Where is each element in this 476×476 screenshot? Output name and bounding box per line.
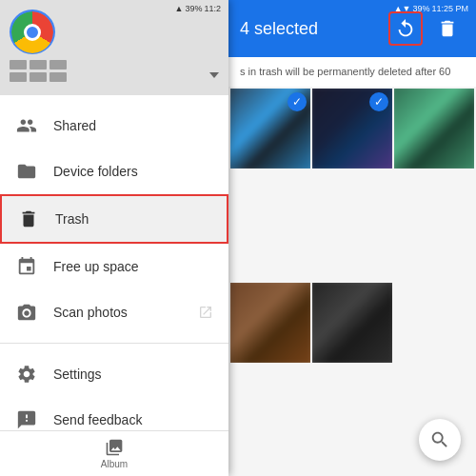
settings-icon — [15, 363, 38, 386]
sidebar-item-settings[interactable]: Settings — [0, 351, 228, 397]
drawer-menu: Shared Device folders Trash — [0, 95, 228, 430]
avatar[interactable] — [10, 10, 55, 54]
album-nav-button[interactable]: Album — [101, 438, 128, 469]
trash-label: Trash — [55, 211, 211, 227]
sidebar-item-trash[interactable]: Trash — [0, 194, 228, 244]
scan-icon — [15, 301, 38, 324]
bottom-nav: Album — [0, 430, 228, 476]
account-dot — [30, 72, 47, 82]
photo-cell-1[interactable]: ✓ — [230, 89, 310, 169]
chevron-down-icon[interactable] — [209, 72, 219, 78]
account-dot — [30, 60, 47, 69]
battery-right: 39% — [412, 4, 429, 13]
trash-notice-text: s in trash will be permanently deleted a… — [240, 66, 450, 77]
menu-divider — [0, 343, 228, 344]
account-dot — [10, 72, 27, 82]
time-right: 11:25 PM — [431, 4, 468, 13]
settings-label: Settings — [53, 367, 213, 382]
album-nav-label: Album — [101, 459, 128, 469]
account-dot — [50, 60, 67, 69]
battery-left: 39% — [185, 4, 202, 13]
send-feedback-label: Send feedback — [53, 412, 213, 427]
trash-notice: s in trash will be permanently deleted a… — [228, 57, 476, 87]
signal-right: ▲▼ — [394, 4, 411, 13]
delete-icon — [437, 18, 458, 39]
checkmark-2: ✓ — [374, 96, 384, 108]
account-switcher-grid — [10, 60, 219, 82]
search-icon — [429, 429, 450, 450]
account-dot — [10, 60, 27, 69]
photo-cell-5[interactable] — [312, 283, 392, 363]
external-link-icon — [198, 305, 213, 320]
folder-icon — [15, 160, 38, 183]
trash-icon — [17, 208, 40, 230]
sidebar-item-shared[interactable]: Shared — [0, 103, 228, 149]
chrome-icon — [11, 11, 53, 53]
album-icon — [105, 438, 124, 457]
free-space-icon — [15, 255, 38, 278]
time-left: 11:2 — [204, 4, 221, 13]
photo-cell-2[interactable]: ✓ — [312, 89, 392, 169]
sidebar-item-scan-photos[interactable]: Scan photos — [0, 289, 228, 335]
device-folders-label: Device folders — [53, 164, 213, 179]
account-dot — [50, 72, 67, 82]
sidebar-item-free-up-space[interactable]: Free up space — [0, 244, 228, 289]
drawer-panel: ▲ 39% 11:2 Share — [0, 0, 228, 476]
selected-count: 4 selected — [240, 19, 381, 39]
free-up-space-label: Free up space — [53, 259, 213, 274]
delete-button[interactable] — [430, 11, 465, 46]
restore-button[interactable] — [388, 11, 423, 46]
drawer-header: ▲ 39% 11:2 — [0, 0, 228, 95]
scan-photos-label: Scan photos — [53, 305, 198, 320]
status-bar-right: ▲▼ 39% 11:25 PM — [394, 4, 468, 13]
restore-icon — [395, 18, 416, 39]
photo-cell-4[interactable] — [230, 283, 310, 363]
feedback-icon — [15, 408, 38, 430]
checkmark-1: ✓ — [292, 96, 302, 108]
status-bar-left: ▲ 39% 11:2 — [175, 4, 221, 13]
photos-grid: ✓ ✓ — [228, 87, 476, 476]
sidebar-item-send-feedback[interactable]: Send feedback — [0, 397, 228, 430]
people-icon — [15, 114, 38, 137]
photo-cell-3[interactable] — [394, 89, 474, 169]
search-fab[interactable] — [419, 419, 461, 461]
sidebar-item-device-folders[interactable]: Device folders — [0, 149, 228, 194]
trash-panel: ▲▼ 39% 11:25 PM 4 selected s in trash wi… — [228, 0, 476, 476]
shared-label: Shared — [53, 118, 213, 133]
wifi-icon: ▲ — [175, 4, 184, 13]
